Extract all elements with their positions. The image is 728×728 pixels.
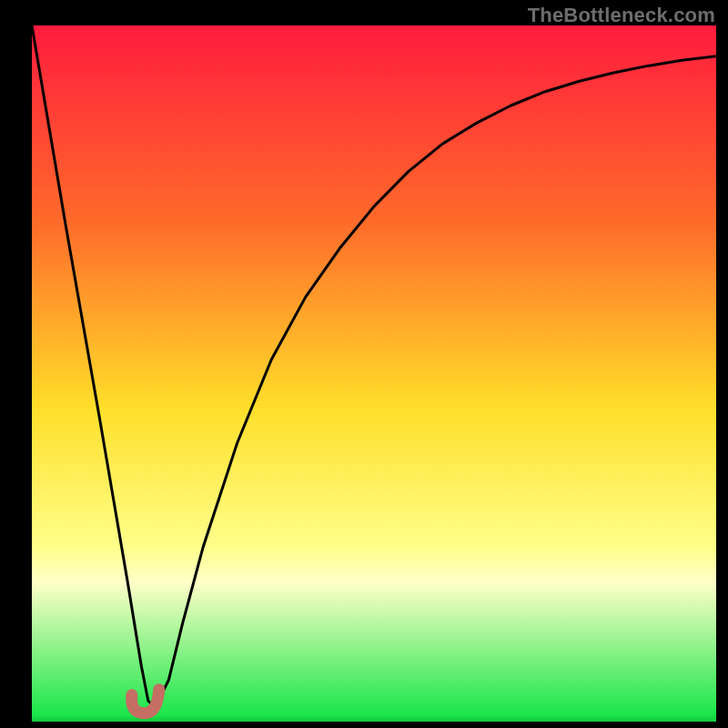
chart-container: TheBottleneck.com — [0, 0, 728, 728]
watermark-text: TheBottleneck.com — [528, 4, 715, 27]
chart-plot-area — [32, 25, 716, 722]
chart-svg — [32, 25, 716, 722]
